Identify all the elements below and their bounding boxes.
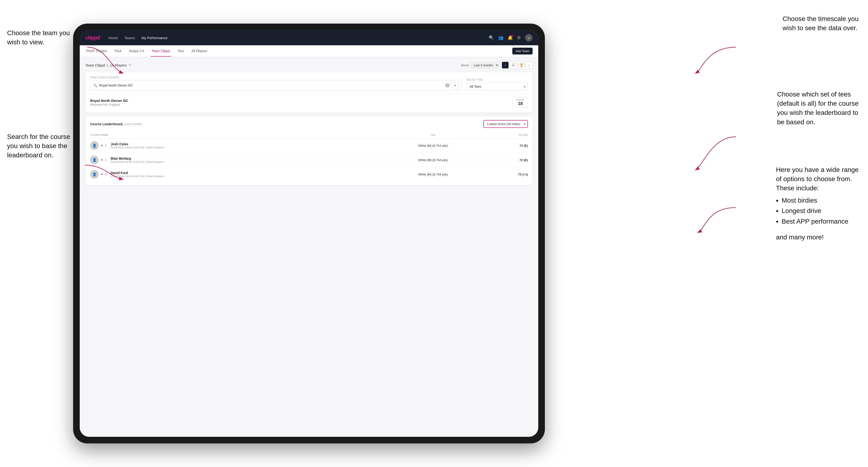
nav-my-performance[interactable]: My Performance (142, 36, 167, 40)
tee-select-label: Select Tee (467, 78, 528, 81)
tee-select-col: Select Tee All Tees White (M) Yellow (M)… (467, 78, 528, 91)
sort-select-wrapper: Lowest Score (18 holes) Most Birdies Lon… (483, 120, 528, 128)
people-icon[interactable]: 👥 (498, 35, 503, 40)
leaderboard-subtitle: Last 3 months (124, 122, 142, 126)
edit-icon[interactable]: ✎ (129, 63, 131, 67)
annotation-mid-right: Choose which set of tees(default is all)… (777, 90, 859, 127)
annotation-bot-right-text: Here you have a wide rangeof options to … (776, 166, 859, 192)
course-info: Royal North Devon GC Westward Ho!, Engla… (90, 99, 128, 106)
notification-dot (511, 35, 513, 37)
tee-select-wrapper: All Tees White (M) Yellow (M) Red (L) (467, 83, 528, 91)
nav-icons: 🔍 👥 🔔 ⚙ U (489, 34, 533, 41)
tee-cell-3: White (M) (6,744 yds) (376, 167, 490, 182)
holes-badge: Holes 18 (513, 97, 528, 108)
leaderboard-header: Course Leaderboard, Last 3 months Lowest… (90, 120, 528, 128)
player-cell-2: 👤 ♥ 1 Blair McHarg Royal North Devon Gol… (90, 153, 376, 167)
tab-team-clippd[interactable]: Team Clippd (151, 46, 171, 57)
score-cell-3: 73 (+1) (490, 167, 528, 182)
score-cell-1: 72 (E) (490, 138, 528, 153)
tab-pgat[interactable]: PGAT Players (85, 46, 108, 57)
annotation-mid-right-text: Choose which set of tees(default is all)… (777, 91, 859, 126)
annotation-top-left-text: Choose the team youwish to view. (7, 29, 70, 46)
search-icon[interactable]: 🔍 (489, 35, 494, 40)
course-location: Westward Ho!, England (90, 103, 128, 106)
nav-home[interactable]: Home (108, 36, 118, 40)
sort-select[interactable]: Lowest Score (18 holes) Most Birdies Lon… (483, 120, 528, 128)
favorite-button[interactable]: ★ (452, 82, 459, 88)
heart-icon-2: ♥ (101, 158, 102, 161)
course-search-input[interactable] (99, 84, 443, 87)
holes-label: Holes (516, 99, 524, 101)
main-content: Team Clippd | 14 Players ✎ Show: Last 3 … (80, 57, 538, 437)
tab-pga[interactable]: PGA (114, 46, 122, 57)
view-icons: ⁝ ☷ 🏆 ↓ (502, 62, 533, 68)
show-label: Show: (461, 63, 469, 67)
annotation-mid-left: Search for the courseyou wish to base th… (7, 132, 70, 160)
table-row: 👤 ♥ 3 David Ford Royal North Devon Golf … (90, 167, 528, 182)
app-navbar: clippd Home Teams My Performance 🔍 👥 🔔 ⚙… (80, 30, 538, 45)
option-birdies: Most birdies (782, 195, 859, 206)
brand-logo: clippd (85, 35, 100, 41)
download-button[interactable]: ↓ (526, 62, 533, 68)
search-row: Find a Golf Course 🔍 ✕ ★ Select Tee Al (90, 76, 528, 91)
notification-wrapper: 🔔 (507, 35, 513, 40)
avatar[interactable]: U (525, 34, 533, 41)
annotation-top-right: Choose the timescale youwish to see the … (783, 14, 859, 33)
search-input-wrapper: 🔍 ✕ ★ (90, 80, 462, 91)
tee-cell-2: White (M) (6,744 yds) (376, 153, 490, 167)
tee-cell-1: White (M) (6,744 yds) (376, 138, 490, 153)
player-avatar-3: 👤 (90, 170, 99, 179)
player-avatar-2: 👤 (90, 156, 99, 164)
rank-3: 3 (105, 173, 108, 176)
find-course-label: Find a Golf Course (90, 76, 462, 79)
tablet-device: clippd Home Teams My Performance 🔍 👥 🔔 ⚙… (73, 24, 545, 443)
tablet-screen: clippd Home Teams My Performance 🔍 👥 🔔 ⚙… (80, 30, 538, 437)
settings-icon[interactable]: ⚙ (517, 35, 521, 40)
score-cell-2: 72 (E) (490, 153, 528, 167)
team-header: Team Clippd | 14 Players ✎ Show: Last 3 … (85, 62, 533, 68)
player-name-3: David Ford (111, 171, 164, 175)
player-club-1: Royal North Devon Golf Club, United King… (111, 146, 164, 149)
player-cell-3: 👤 ♥ 3 David Ford Royal North Devon Golf … (90, 167, 376, 182)
and-more-text: and many more! (776, 232, 859, 242)
leaderboard-card: Course Leaderboard, Last 3 months Lowest… (85, 116, 533, 185)
table-row: 👤 ♥ 1 Josh Coles Royal North Devon Golf … (90, 138, 528, 153)
holes-number: 18 (516, 101, 524, 106)
options-list: Most birdies Longest drive Best APP perf… (776, 195, 859, 227)
player-club-3: Royal North Devon Golf Club, United King… (111, 175, 164, 178)
heart-icon-3: ♥ (101, 173, 102, 176)
col-score: SCORE (490, 132, 528, 138)
search-magnifier-icon: 🔍 (93, 84, 97, 87)
list-view-button[interactable]: ☷ (510, 62, 517, 68)
option-drive: Longest drive (782, 206, 859, 216)
player-name-1: Josh Coles (111, 142, 164, 146)
clear-search-button[interactable]: ✕ (445, 83, 450, 88)
grid-view-button[interactable]: ⁝ (502, 62, 508, 68)
annotation-mid-left-text: Search for the courseyou wish to base th… (7, 133, 70, 159)
table-header-row: PLAYER NAME TEE SCORE (90, 132, 528, 138)
annotation-top-right-text: Choose the timescale youwish to see the … (783, 15, 859, 32)
team-name-label: Team Clippd (85, 63, 105, 67)
player-avatar-1: 👤 (90, 141, 99, 150)
option-app: Best APP performance (782, 216, 859, 227)
course-search-col: Find a Golf Course 🔍 ✕ ★ (90, 76, 462, 91)
trophy-view-button[interactable]: 🏆 (518, 62, 525, 68)
team-title: Team Clippd | 14 Players (85, 63, 127, 67)
heart-icon-1: ♥ (101, 144, 102, 147)
show-period-select[interactable]: Last 3 months (471, 62, 499, 68)
leaderboard-table: PLAYER NAME TEE SCORE 👤 ♥ 1 (90, 132, 528, 181)
nav-teams[interactable]: Teams (125, 36, 135, 40)
annotation-top-left: Choose the team youwish to view. (7, 28, 70, 47)
col-tee: TEE (376, 132, 490, 138)
add-team-button[interactable]: Add Team (512, 48, 533, 55)
tee-select[interactable]: All Tees White (M) Yellow (M) Red (L) (467, 83, 528, 91)
tab-hcaps[interactable]: Hcaps 1-5 (128, 46, 145, 57)
table-row: 👤 ♥ 1 Blair McHarg Royal North Devon Gol… (90, 153, 528, 167)
tab-tour[interactable]: Tour (177, 46, 185, 57)
table-head: PLAYER NAME TEE SCORE (90, 132, 528, 138)
search-card: Find a Golf Course 🔍 ✕ ★ Select Tee Al (85, 72, 533, 113)
leaderboard-title: Course Leaderboard, (90, 122, 123, 126)
tab-all-players[interactable]: All Players (191, 46, 208, 57)
annotation-bot-right: Here you have a wide rangeof options to … (776, 165, 859, 242)
player-club-2: Royal North Devon Golf Club, United King… (111, 160, 164, 163)
